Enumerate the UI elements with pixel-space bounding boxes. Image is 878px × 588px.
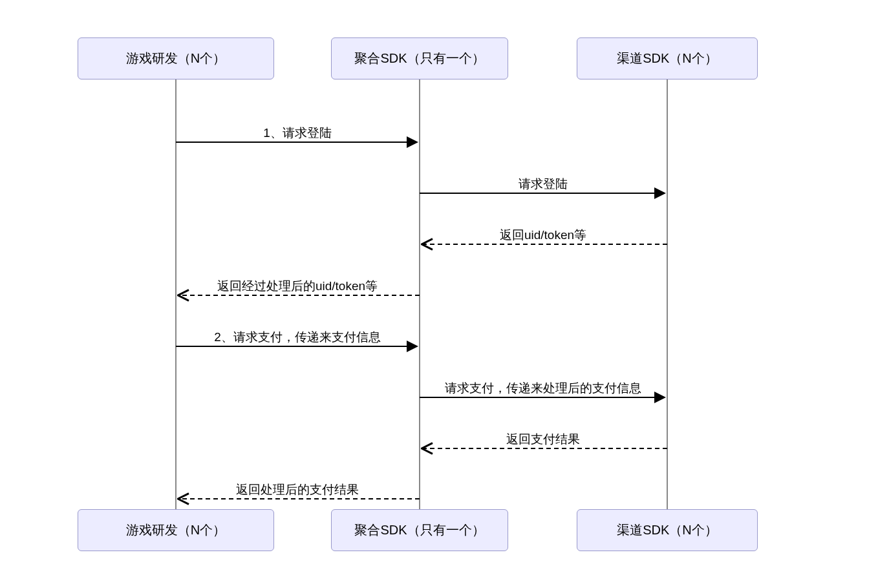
arrows-svg-2: [0, 0, 878, 588]
participant-label: 渠道SDK（N个）: [617, 523, 718, 537]
participant-bottom-1: 游戏研发（N个）: [78, 509, 274, 551]
message-label-8: 返回处理后的支付结果: [236, 481, 359, 498]
message-label-5: 2、请求支付，传递来支付信息: [214, 329, 381, 346]
message-label-2: 请求登陆: [519, 176, 568, 193]
svg-rect-7: [162, 97, 698, 504]
participant-top-2: 聚合SDK（只有一个）: [331, 37, 508, 79]
sequence-diagram: 游戏研发（N个） 聚合SDK（只有一个） 渠道SDK（N个）: [0, 0, 878, 588]
message-label-4: 返回经过处理后的uid/token等: [217, 278, 378, 295]
participant-label: 聚合SDK（只有一个）: [354, 51, 484, 65]
participant-label: 游戏研发（N个）: [126, 51, 226, 65]
message-label-3: 返回uid/token等: [500, 227, 586, 244]
participant-top-1: 游戏研发（N个）: [78, 37, 274, 79]
message-label-1: 1、请求登陆: [263, 125, 332, 142]
message-label-6: 请求支付，传递来处理后的支付信息: [445, 380, 641, 397]
participant-label: 游戏研发（N个）: [126, 523, 226, 537]
participant-top-3: 渠道SDK（N个）: [577, 37, 758, 79]
participant-bottom-3: 渠道SDK（N个）: [577, 509, 758, 551]
participant-bottom-2: 聚合SDK（只有一个）: [331, 509, 508, 551]
participant-label: 聚合SDK（只有一个）: [354, 523, 484, 537]
message-label-7: 返回支付结果: [506, 431, 580, 448]
participant-label: 渠道SDK（N个）: [617, 51, 718, 65]
